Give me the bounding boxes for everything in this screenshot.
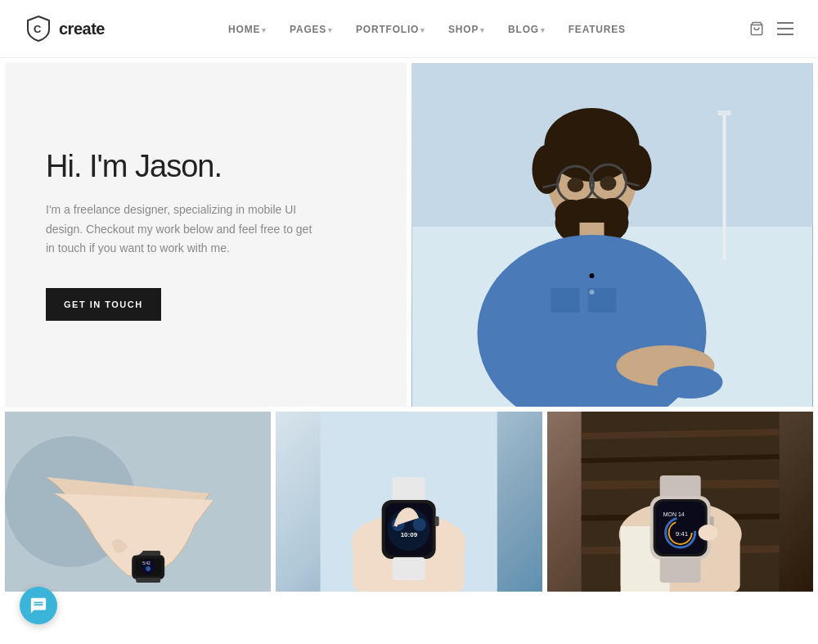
- shield-icon: C: [25, 15, 52, 43]
- nav-menu: HOME▾ PAGES▾ PORTFOLIO▾ SHOP▾ BLOG▾ FEAT: [228, 21, 626, 36]
- nav-link-portfolio[interactable]: PORTFOLIO▾: [356, 24, 425, 35]
- svg-text:10:09: 10:09: [401, 531, 418, 538]
- svg-line-55: [581, 432, 779, 436]
- watch-svg-3: MON 14 9:41: [547, 412, 813, 592]
- chevron-down-icon: ▾: [328, 26, 333, 34]
- chevron-down-icon: ▾: [262, 26, 267, 34]
- nav-item-shop[interactable]: SHOP▾: [448, 21, 485, 36]
- svg-rect-72: [659, 558, 700, 583]
- svg-rect-3: [777, 28, 793, 29]
- nav-item-pages[interactable]: PAGES▾: [290, 21, 333, 36]
- get-in-touch-button[interactable]: GET IN TOUCH: [46, 288, 161, 321]
- chevron-down-icon: ▾: [480, 26, 485, 34]
- nav-link-shop[interactable]: SHOP▾: [448, 24, 485, 35]
- svg-point-30: [658, 366, 723, 399]
- svg-text:5:42: 5:42: [142, 561, 151, 565]
- person-photo: [411, 63, 813, 407]
- hero-image-panel: [411, 63, 813, 407]
- svg-rect-25: [551, 288, 580, 313]
- svg-point-28: [590, 290, 595, 295]
- cart-icon: [749, 21, 764, 36]
- nav-item-home[interactable]: HOME▾: [228, 21, 267, 36]
- hero-description: I'm a freelance designer, specializing i…: [46, 200, 316, 259]
- chevron-down-icon: ▾: [541, 26, 546, 34]
- svg-rect-39: [136, 578, 160, 583]
- gallery-image-1: 5:42: [5, 412, 271, 592]
- brand-name: create: [59, 20, 105, 38]
- cart-button[interactable]: [749, 21, 764, 36]
- navbar: C create HOME▾ PAGES▾ PORTFOLIO▾ SHOP▾: [0, 0, 818, 58]
- svg-point-18: [568, 178, 584, 192]
- nav-link-blog[interactable]: BLOG▾: [508, 24, 546, 35]
- svg-rect-7: [723, 112, 726, 259]
- watch-svg-2: ● 10:09: [276, 412, 542, 592]
- svg-text:9:41: 9:41: [675, 530, 688, 538]
- gallery-image-2: ● 10:09: [276, 412, 542, 592]
- hamburger-icon: [777, 22, 793, 35]
- person-illustration: [411, 63, 813, 407]
- svg-text:MON 14: MON 14: [663, 511, 684, 517]
- nav-link-pages[interactable]: PAGES▾: [290, 24, 333, 35]
- gallery-image-3: MON 14 9:41: [547, 412, 813, 592]
- gallery-row: 5:42: [5, 412, 813, 592]
- svg-rect-8: [718, 110, 731, 115]
- svg-rect-44: [393, 477, 425, 502]
- svg-rect-66: [655, 502, 704, 554]
- svg-point-27: [590, 273, 595, 278]
- hero-title: Hi. I'm Jason.: [46, 149, 366, 184]
- svg-point-49: [413, 518, 426, 531]
- svg-text:C: C: [34, 23, 42, 35]
- svg-rect-2: [777, 22, 793, 24]
- nav-item-features[interactable]: FEATURES: [569, 21, 626, 36]
- nav-link-features[interactable]: FEATURES: [569, 24, 626, 35]
- svg-rect-63: [659, 475, 700, 498]
- nav-item-blog[interactable]: BLOG▾: [508, 21, 546, 36]
- svg-rect-52: [435, 516, 439, 526]
- svg-rect-53: [393, 557, 425, 580]
- main-grid: Hi. I'm Jason. I'm a freelance designer,…: [0, 58, 818, 597]
- chevron-down-icon: ▾: [420, 26, 425, 34]
- nav-actions: [749, 21, 793, 36]
- menu-button[interactable]: [777, 22, 793, 35]
- svg-point-37: [146, 566, 151, 571]
- hero-text-panel: Hi. I'm Jason. I'm a freelance designer,…: [5, 63, 407, 407]
- watch-svg-1: 5:42: [5, 412, 271, 592]
- nav-link-home[interactable]: HOME▾: [228, 24, 267, 35]
- svg-point-73: [698, 525, 717, 541]
- nav-item-portfolio[interactable]: PORTFOLIO▾: [356, 21, 425, 36]
- logo[interactable]: C create: [25, 15, 105, 43]
- svg-rect-4: [777, 34, 793, 35]
- svg-point-19: [600, 176, 617, 191]
